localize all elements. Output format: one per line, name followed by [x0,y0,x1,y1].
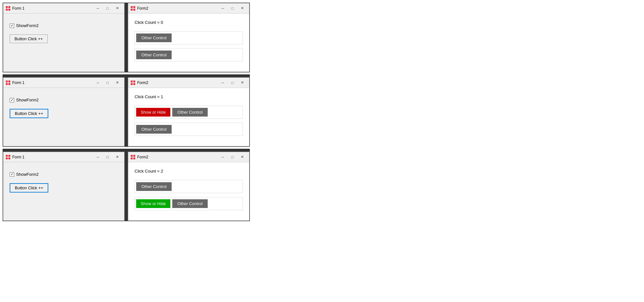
separator-3 [125,151,128,221]
svg-rect-10 [6,83,8,85]
row-spacer-1 [3,74,250,77]
svg-rect-5 [133,6,135,8]
screenshot-row-1: Form 1 ─ □ ✕ ✓ ShowForm2 Button Click ++… [3,3,644,72]
minimize-button-1[interactable]: ─ [93,5,102,12]
showform2-row-1: ✓ ShowForm2 [10,23,118,28]
form2-content-2: Click Count = 1 Show or Hide Other Contr… [128,88,249,146]
form1-titlebar-2: Form 1 ─ □ ✕ [3,78,124,88]
showform2-checkbox-3[interactable]: ✓ [10,172,14,177]
svg-rect-19 [8,157,10,159]
maximize-button-1[interactable]: □ [103,5,112,12]
svg-rect-17 [8,155,10,157]
f2-minimize-button-1[interactable]: ─ [218,5,227,12]
svg-rect-3 [8,9,10,11]
form2-titlebar-2: Form2 ─ □ ✕ [128,78,249,88]
f2-close-button-1[interactable]: ✕ [238,5,247,12]
f2-close-button-3[interactable]: ✕ [238,154,247,160]
form1-window-1: Form 1 ─ □ ✕ ✓ ShowForm2 Button Click ++ [3,3,125,72]
svg-rect-6 [131,9,133,11]
form1-titlebar-3: Form 1 ─ □ ✕ [3,152,124,162]
form1-window-2: Form 1 ─ □ ✕ ✓ ShowForm2 Button Click ++ [3,77,125,147]
button-click-2[interactable]: Button Click ++ [10,109,48,118]
svg-rect-20 [131,155,133,157]
click-count-2: Click Count = 1 [135,94,243,99]
svg-rect-0 [6,6,8,8]
svg-rect-8 [6,80,8,82]
showform2-label-2: ShowForm2 [16,98,39,102]
f2-maximize-button-2[interactable]: □ [228,80,237,86]
svg-rect-1 [8,6,10,8]
svg-rect-12 [131,80,133,82]
form1-title-3: Form 1 [12,155,91,159]
button-click-3[interactable]: Button Click ++ [10,183,48,193]
app-icon-f2-3 [131,155,135,159]
showform2-checkbox-2[interactable]: ✓ [10,98,14,102]
minimize-button-2[interactable]: ─ [93,80,102,86]
row-spacer-2 [3,149,250,151]
showform2-label-3: ShowForm2 [16,172,39,177]
screenshot-row-2: Form 1 ─ □ ✕ ✓ ShowForm2 Button Click ++… [3,77,644,147]
app-icon-f2-2 [131,80,135,85]
svg-rect-4 [131,6,133,8]
svg-rect-15 [133,83,135,85]
close-button-1[interactable]: ✕ [113,5,122,12]
f2-maximize-button-1[interactable]: □ [228,5,237,12]
close-button-2[interactable]: ✕ [113,80,122,86]
form1-win-controls-2: ─ □ ✕ [93,80,122,86]
separator-1 [125,3,128,72]
maximize-button-3[interactable]: □ [103,154,112,160]
showform2-checkbox-1[interactable]: ✓ [10,24,14,28]
form1-content-2: ✓ ShowForm2 Button Click ++ [3,88,124,146]
other-control-btn-3-2[interactable]: Other Control [172,199,208,208]
form2-ctrl-row-1-2: Other Control [135,48,243,61]
screenshot-row-3: Form 1 ─ □ ✕ ✓ ShowForm2 Button Click ++… [3,151,644,221]
maximize-button-2[interactable]: □ [103,80,112,86]
svg-rect-14 [131,83,133,85]
other-control-btn-1-2[interactable]: Other Control [136,51,172,59]
f2-maximize-button-3[interactable]: □ [228,154,237,160]
svg-rect-7 [133,9,135,11]
app-icon-3 [6,155,10,159]
form1-title-1: Form 1 [12,6,91,11]
showform2-row-2: ✓ ShowForm2 [10,98,118,102]
form2-window-1: Form2 ─ □ ✕ Click Count = 0 Other Contro… [128,3,250,72]
form2-titlebar-1: Form2 ─ □ ✕ [128,3,249,14]
form2-content-1: Click Count = 0 Other Control Other Cont… [128,14,249,72]
app-icon-2 [6,80,10,85]
app-icon-1 [6,6,10,11]
svg-rect-18 [6,157,8,159]
svg-rect-2 [6,9,8,11]
minimize-button-3[interactable]: ─ [93,154,102,160]
button-click-1[interactable]: Button Click ++ [10,34,48,43]
form1-win-controls-3: ─ □ ✕ [93,154,122,160]
other-control-btn-1-1[interactable]: Other Control [136,33,172,42]
f2-minimize-button-2[interactable]: ─ [218,80,227,86]
form1-title-2: Form 1 [12,80,91,85]
form2-title-3: Form2 [137,155,216,159]
form1-win-controls-1: ─ □ ✕ [93,5,122,12]
form2-ctrl-row-3-2: Show or Hide Other Control [135,197,243,210]
form1-window-3: Form 1 ─ □ ✕ ✓ ShowForm2 Button Click ++ [3,151,125,221]
f2-minimize-button-3[interactable]: ─ [218,154,227,160]
form1-titlebar-1: Form 1 ─ □ ✕ [3,3,124,14]
other-control-btn-2-1[interactable]: Other Control [172,108,208,117]
form2-win-controls-2: ─ □ ✕ [218,80,247,86]
form2-ctrl-row-1-1: Other Control [135,31,243,44]
form2-window-3: Form2 ─ □ ✕ Click Count = 2 Other Contro… [128,151,250,221]
form2-titlebar-3: Form2 ─ □ ✕ [128,152,249,162]
click-count-1: Click Count = 0 [135,20,243,25]
click-count-3: Click Count = 2 [135,169,243,174]
form2-ctrl-row-2-2: Other Control [135,123,243,136]
showform2-label-1: ShowForm2 [16,23,39,28]
showform2-row-3: ✓ ShowForm2 [10,172,118,177]
other-control-btn-3-1[interactable]: Other Control [136,182,172,191]
show-hide-button-2[interactable]: Show or Hide [136,108,170,117]
close-button-3[interactable]: ✕ [113,154,122,160]
show-hide-button-3[interactable]: Show or Hide [136,199,170,208]
app-icon-f2-1 [131,6,135,11]
form2-content-3: Click Count = 2 Other Control Show or Hi… [128,162,249,221]
form2-title-1: Form2 [137,6,216,11]
svg-rect-13 [133,80,135,82]
f2-close-button-2[interactable]: ✕ [238,80,247,86]
other-control-btn-2-2[interactable]: Other Control [136,125,172,134]
